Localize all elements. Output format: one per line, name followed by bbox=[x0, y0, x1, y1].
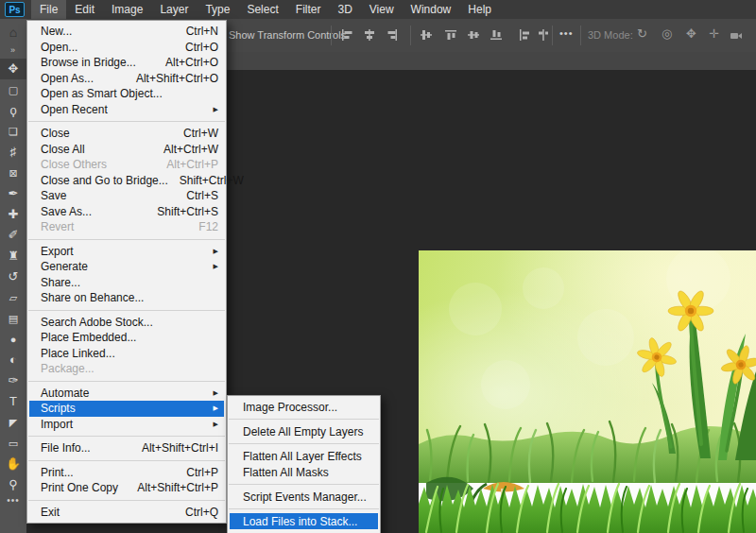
menu-shortcut: Ctrl+S bbox=[186, 189, 218, 202]
pen-tool-icon[interactable]: ✑ bbox=[0, 370, 26, 391]
menubar-item-3d[interactable]: 3D bbox=[329, 0, 360, 19]
move-tool[interactable]: ✥ bbox=[0, 59, 26, 79]
menubar-item-window[interactable]: Window bbox=[403, 0, 460, 19]
brush-tool-icon[interactable]: ✐ bbox=[0, 225, 26, 246]
crop-tool-icon[interactable]: ♯ bbox=[0, 142, 26, 163]
distribute-bottom-edges-icon[interactable] bbox=[490, 28, 503, 42]
menu-item-search-adobe-stock[interactable]: Search Adobe Stock... bbox=[27, 315, 226, 331]
menu-item-delete-all-empty-layers[interactable]: Delete All Empty Layers bbox=[228, 423, 380, 439]
tool-bar: ⌂ » ✥ ▢ ϙ ❏ ♯ ⊠ ✒ ✚ ✐ ♜ ↺ ▱ ▤ ● ◐ ✑ T ◤ … bbox=[0, 19, 26, 533]
menu-separator bbox=[229, 443, 379, 444]
menu-item-place-embedded[interactable]: Place Embedded... bbox=[27, 330, 226, 346]
menu-item-generate[interactable]: Generate▶ bbox=[27, 259, 226, 275]
submenu-arrow-icon: ▶ bbox=[214, 404, 218, 412]
menu-item-print-one-copy[interactable]: Print One CopyAlt+Shift+Ctrl+P bbox=[27, 480, 226, 496]
divider bbox=[410, 26, 411, 45]
menu-item-new[interactable]: New...Ctrl+N bbox=[27, 24, 226, 40]
type-tool-icon[interactable]: T bbox=[0, 391, 26, 412]
rectangle-tool-icon[interactable]: ▭ bbox=[0, 433, 26, 454]
show-transform-controls-label[interactable]: Show Transform Controls bbox=[229, 29, 346, 41]
menu-item-close-others: Close OthersAlt+Ctrl+P bbox=[27, 157, 226, 173]
submenu-arrow-icon: ▶ bbox=[214, 263, 218, 270]
eyedropper-tool-icon[interactable]: ✒ bbox=[0, 183, 26, 204]
menu-item-open-as-smart-object[interactable]: Open as Smart Object... bbox=[27, 86, 226, 102]
3d-mode-label: 3D Mode: bbox=[588, 29, 633, 41]
object-selection-tool-icon[interactable]: ❏ bbox=[0, 121, 26, 142]
slice-tool-icon[interactable]: ⊠ bbox=[0, 163, 26, 183]
align-left-edges-icon[interactable] bbox=[340, 28, 353, 42]
menu-shortcut: Alt+Shift+Ctrl+O bbox=[136, 72, 218, 85]
photoshop-logo: Ps bbox=[5, 2, 25, 17]
dodge-tool-icon[interactable]: ◐ bbox=[0, 350, 26, 370]
photoshop-window: { "menubar": { "logo": "Ps", "items": ["… bbox=[0, 0, 756, 533]
menu-item-save[interactable]: SaveCtrl+S bbox=[27, 188, 226, 204]
menu-item-open-recent[interactable]: Open Recent▶ bbox=[27, 102, 226, 118]
menu-item-load-files-into-stack[interactable]: Load Files into Stack... bbox=[230, 513, 378, 529]
edit-toolbar-icon[interactable]: ••• bbox=[0, 495, 26, 508]
align-right-edges-icon[interactable] bbox=[386, 28, 399, 42]
lasso-tool-icon[interactable]: ϙ bbox=[0, 100, 26, 121]
menubar-item-select[interactable]: Select bbox=[238, 0, 286, 19]
file-menu: New...Ctrl+N Open...Ctrl+O Browse in Bri… bbox=[26, 20, 227, 524]
menu-item-share-on-behance[interactable]: Share on Behance... bbox=[27, 290, 226, 306]
menubar-item-help[interactable]: Help bbox=[459, 0, 500, 19]
gradient-tool-icon[interactable]: ▤ bbox=[0, 308, 26, 329]
menu-item-file-info[interactable]: File Info...Alt+Shift+Ctrl+I bbox=[27, 440, 226, 456]
distribute-horizontal-centers-icon[interactable] bbox=[537, 28, 550, 42]
more-options-button[interactable]: ••• bbox=[559, 27, 574, 39]
submenu-arrow-icon: ▶ bbox=[214, 106, 218, 113]
zoom-tool-icon[interactable]: ⚲ bbox=[0, 474, 26, 495]
menu-item-save-as[interactable]: Save As...Shift+Ctrl+S bbox=[27, 204, 226, 220]
menubar-item-view[interactable]: View bbox=[361, 0, 403, 19]
menubar-item-type[interactable]: Type bbox=[197, 0, 238, 19]
menu-item-close-and-go-to-bridge[interactable]: Close and Go to Bridge...Shift+Ctrl+W bbox=[27, 173, 226, 189]
menu-item-scripts[interactable]: Scripts▶ bbox=[29, 401, 224, 417]
eraser-tool-icon[interactable]: ▱ bbox=[0, 287, 26, 308]
menu-item-place-linked[interactable]: Place Linked... bbox=[27, 346, 226, 362]
menu-item-browse-in-bridge[interactable]: Browse in Bridge...Alt+Ctrl+O bbox=[27, 55, 226, 71]
distribute-top-edges-icon[interactable] bbox=[444, 28, 457, 42]
home-icon[interactable]: ⌂ bbox=[0, 25, 26, 40]
menu-item-close[interactable]: CloseCtrl+W bbox=[27, 126, 226, 142]
scripts-submenu: Image Processor... Delete All Empty Laye… bbox=[227, 395, 381, 533]
menu-item-image-processor[interactable]: Image Processor... bbox=[228, 399, 380, 415]
menu-item-flatten-all-masks[interactable]: Flatten All Masks bbox=[228, 464, 380, 480]
menu-item-automate[interactable]: Automate▶ bbox=[27, 386, 226, 402]
menu-item-package: Package... bbox=[27, 361, 226, 377]
menu-item-print[interactable]: Print...Ctrl+P bbox=[27, 465, 226, 481]
distribute-vertical-centers-icon[interactable] bbox=[467, 28, 480, 42]
menubar-item-file[interactable]: File bbox=[31, 0, 66, 19]
expand-toolbar-icon[interactable]: » bbox=[0, 45, 26, 55]
menu-item-load-multiple-dicom-files[interactable]: Load Multiple DICOM Files... bbox=[228, 529, 380, 533]
menu-item-open[interactable]: Open...Ctrl+O bbox=[27, 40, 226, 56]
menu-shortcut: Ctrl+Q bbox=[185, 506, 218, 519]
menu-shortcut: Shift+Ctrl+S bbox=[157, 205, 218, 218]
menubar-item-layer[interactable]: Layer bbox=[151, 0, 197, 19]
menu-item-import[interactable]: Import▶ bbox=[27, 417, 226, 433]
menubar-item-image[interactable]: Image bbox=[103, 0, 151, 19]
menu-item-share[interactable]: Share... bbox=[27, 275, 226, 291]
menubar-item-filter[interactable]: Filter bbox=[287, 0, 330, 19]
menu-item-open-as[interactable]: Open As...Alt+Shift+Ctrl+O bbox=[27, 71, 226, 87]
canvas-photo bbox=[419, 250, 756, 533]
path-selection-tool-icon[interactable]: ◤ bbox=[0, 412, 26, 433]
3d-roll-icon: ◎ bbox=[662, 26, 672, 41]
blur-tool-icon[interactable]: ● bbox=[0, 329, 26, 350]
menu-item-exit[interactable]: ExitCtrl+Q bbox=[27, 505, 226, 521]
menu-item-flatten-all-layer-effects[interactable]: Flatten All Layer Effects bbox=[228, 448, 380, 464]
clone-stamp-tool-icon[interactable]: ♜ bbox=[0, 246, 26, 266]
distribute-left-edges-icon[interactable] bbox=[518, 28, 531, 42]
history-brush-tool-icon[interactable]: ↺ bbox=[0, 266, 26, 287]
menu-shortcut: Alt+Ctrl+P bbox=[166, 158, 218, 171]
menu-item-script-events-manager[interactable]: Script Events Manager... bbox=[228, 489, 380, 505]
menubar-item-edit[interactable]: Edit bbox=[66, 0, 103, 19]
divider bbox=[552, 26, 553, 45]
spot-healing-brush-tool-icon[interactable]: ✚ bbox=[0, 204, 26, 225]
hand-tool-icon[interactable]: ✋ bbox=[0, 454, 26, 474]
menu-item-close-all[interactable]: Close AllAlt+Ctrl+W bbox=[27, 142, 226, 158]
menu-item-export[interactable]: Export▶ bbox=[27, 244, 226, 260]
menu-bar: Ps File Edit Image Layer Type Select Fil… bbox=[0, 0, 756, 19]
rectangular-marquee-tool-icon[interactable]: ▢ bbox=[0, 79, 26, 100]
align-vertical-centers-icon[interactable] bbox=[420, 28, 433, 42]
align-horizontal-centers-icon[interactable] bbox=[363, 28, 376, 42]
